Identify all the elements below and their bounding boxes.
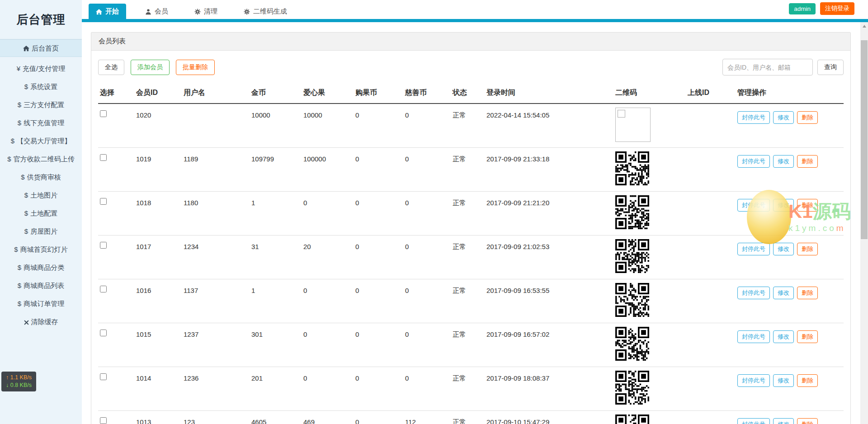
cell-buy-fruit: 0 xyxy=(354,191,403,235)
tab-start[interactable]: 开始 xyxy=(89,4,126,19)
select-all-button[interactable]: 全选 xyxy=(98,60,124,75)
qr-code-image xyxy=(615,371,649,405)
sidebar-item-5[interactable]: $【交易大厅管理】 xyxy=(0,132,82,150)
logout-button[interactable]: 注销登录 xyxy=(820,2,854,15)
dollar-icon: $ xyxy=(18,96,21,114)
cell-charity: 0 xyxy=(403,104,451,147)
cell-status: 正常 xyxy=(451,279,485,323)
table-row: 101312346054690112正常2017-09-10 15:47:29封… xyxy=(98,410,844,424)
tab-cleanup[interactable]: 清理 xyxy=(187,4,225,19)
delete-button[interactable]: 删除 xyxy=(797,243,818,255)
edit-button[interactable]: 修改 xyxy=(773,111,794,124)
sidebar-item-label: 商城商品分类 xyxy=(24,264,64,271)
delete-button[interactable]: 删除 xyxy=(797,155,818,168)
edit-button[interactable]: 修改 xyxy=(773,155,794,168)
edit-button[interactable]: 修改 xyxy=(773,418,794,424)
vertical-scrollbar[interactable] xyxy=(860,22,868,424)
panel-title: 会员列表 xyxy=(91,33,850,51)
tab-label: 二维码生成 xyxy=(253,7,287,16)
dollar-icon: $ xyxy=(24,204,28,222)
scroll-up-arrow-icon[interactable] xyxy=(860,22,868,30)
row-checkbox[interactable] xyxy=(100,373,107,380)
col-charity: 慈善币 xyxy=(403,84,451,104)
dollar-icon: $ xyxy=(18,114,21,132)
ban-button[interactable]: 封停此号 xyxy=(737,243,770,255)
row-checkbox[interactable] xyxy=(100,330,107,336)
edit-button[interactable]: 修改 xyxy=(773,330,794,343)
sidebar-item-10[interactable]: $房屋图片 xyxy=(0,222,82,240)
qr-code-image xyxy=(615,283,649,317)
row-checkbox[interactable] xyxy=(100,286,107,292)
table-row: 10151237301000正常2017-09-09 16:57:02封停此号修… xyxy=(98,323,844,367)
cell-parent-id xyxy=(686,147,736,191)
sidebar-item-6[interactable]: $官方收款二维码上传 xyxy=(0,150,82,168)
sidebar-item-15[interactable]: 清除缓存 xyxy=(0,313,82,331)
ban-button[interactable]: 封停此号 xyxy=(737,374,770,387)
edit-button[interactable]: 修改 xyxy=(773,374,794,387)
search-button[interactable]: 查询 xyxy=(817,60,844,75)
sidebar-item-9[interactable]: $土地配置 xyxy=(0,204,82,222)
row-checkbox[interactable] xyxy=(100,198,107,205)
cell-username xyxy=(182,104,250,147)
sidebar-item-7[interactable]: $供货商审核 xyxy=(0,168,82,186)
sidebar-item-2[interactable]: $系统设置 xyxy=(0,78,82,96)
delete-button[interactable]: 删除 xyxy=(797,199,818,212)
cell-qrcode xyxy=(613,104,686,147)
batch-delete-button[interactable]: 批量删除 xyxy=(176,60,215,75)
qr-code-image xyxy=(615,195,649,229)
ban-button[interactable]: 封停此号 xyxy=(737,330,770,343)
row-checkbox[interactable] xyxy=(100,242,107,249)
row-checkbox[interactable] xyxy=(100,110,107,117)
content: 会员列表 全选 添加会员 批量删除 查询 xyxy=(82,22,868,424)
sidebar-item-11[interactable]: $商城首页幻灯片 xyxy=(0,240,82,259)
tab-label: 会员 xyxy=(155,7,168,16)
sidebar-item-0[interactable]: 后台首页 xyxy=(0,39,82,57)
cell-actions: 封停此号修改删除 xyxy=(736,235,844,279)
ban-button[interactable]: 封停此号 xyxy=(737,287,770,299)
sidebar-item-14[interactable]: $商城订单管理 xyxy=(0,295,82,313)
tab-qrcode-generate[interactable]: 二维码生成 xyxy=(236,4,294,19)
cell-actions: 封停此号修改删除 xyxy=(736,104,844,147)
delete-button[interactable]: 删除 xyxy=(797,374,818,387)
table-header-row: 选择会员ID用户名金币爱心果购果币慈善币状态登录时间二维码上线ID管理操作 xyxy=(98,84,844,104)
cell-charity: 0 xyxy=(403,279,451,323)
ban-button[interactable]: 封停此号 xyxy=(737,111,770,124)
cell-parent-id xyxy=(686,191,736,235)
add-member-button[interactable]: 添加会员 xyxy=(131,60,170,75)
member-table: 选择会员ID用户名金币爱心果购果币慈善币状态登录时间二维码上线ID管理操作 10… xyxy=(98,84,844,424)
row-checkbox[interactable] xyxy=(100,417,107,424)
sidebar-item-3[interactable]: $三方支付配置 xyxy=(0,96,82,114)
row-checkbox[interactable] xyxy=(100,154,107,161)
sidebar-item-label: 线下充值管理 xyxy=(24,119,64,127)
cell-gold: 109799 xyxy=(250,147,302,191)
table-body: 1020100001000000正常2022-04-14 15:54:05封停此… xyxy=(98,104,844,424)
cell-gold: 1 xyxy=(250,191,302,235)
yen-icon: ¥ xyxy=(17,60,20,78)
tab-members[interactable]: 会员 xyxy=(138,4,175,19)
delete-button[interactable]: 删除 xyxy=(797,418,818,424)
ban-button[interactable]: 封停此号 xyxy=(737,155,770,168)
edit-button[interactable]: 修改 xyxy=(773,243,794,255)
delete-button[interactable]: 删除 xyxy=(797,330,818,343)
panel-body: 全选 添加会员 批量删除 查询 xyxy=(91,51,850,424)
cell-parent-id xyxy=(686,104,736,147)
cell-login-time: 2017-09-09 21:02:53 xyxy=(485,235,613,279)
sidebar-item-4[interactable]: $线下充值管理 xyxy=(0,114,82,132)
delete-button[interactable]: 删除 xyxy=(797,287,818,299)
cell-status: 正常 xyxy=(451,147,485,191)
dollar-icon: $ xyxy=(18,295,21,313)
edit-button[interactable]: 修改 xyxy=(773,199,794,212)
scrollbar-thumb[interactable] xyxy=(861,40,868,239)
download-speed: ↓ 0.8 KB/s xyxy=(6,382,32,389)
sidebar-item-13[interactable]: $商城商品列表 xyxy=(0,277,82,295)
sidebar-item-12[interactable]: $商城商品分类 xyxy=(0,259,82,277)
ban-button[interactable]: 封停此号 xyxy=(737,418,770,424)
sidebar-item-1[interactable]: ¥充值/支付管理 xyxy=(0,60,82,78)
search-input[interactable] xyxy=(722,59,813,75)
admin-user-button[interactable]: admin xyxy=(789,3,816,14)
ban-button[interactable]: 封停此号 xyxy=(737,199,770,212)
sidebar-item-8[interactable]: $土地图片 xyxy=(0,186,82,204)
edit-button[interactable]: 修改 xyxy=(773,287,794,299)
delete-button[interactable]: 删除 xyxy=(797,111,818,124)
cell-member-id: 1018 xyxy=(134,191,182,235)
